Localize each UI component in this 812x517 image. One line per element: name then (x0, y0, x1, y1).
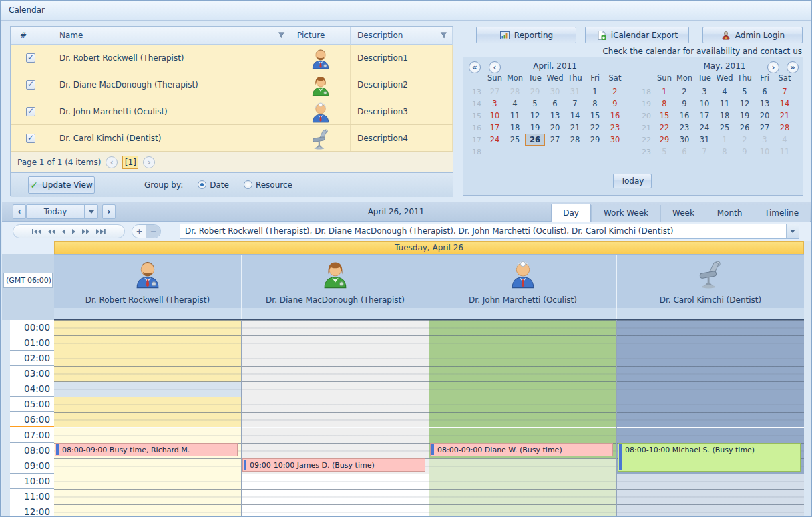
radio-selected-icon[interactable] (198, 180, 206, 189)
mini-day-cell[interactable]: 30 (545, 85, 565, 98)
mini-day-cell[interactable]: 22 (585, 122, 605, 134)
mini-day-cell[interactable]: 12 (735, 98, 755, 110)
mini-day-cell[interactable]: 5 (735, 85, 755, 98)
filter-icon[interactable] (278, 31, 285, 39)
day-column[interactable]: 08:00-09:00 Busy time, Richard M. (54, 320, 241, 516)
mini-day-cell[interactable]: 15 (585, 110, 605, 122)
mini-day-cell[interactable]: 19 (735, 110, 755, 122)
vcr-fast-next-icon[interactable] (81, 228, 91, 235)
mini-day-cell[interactable]: 4 (775, 134, 795, 146)
zoom-in-button[interactable]: + (132, 225, 146, 238)
mini-day-cell[interactable]: 6 (674, 146, 694, 158)
mini-day-cell[interactable]: 20 (545, 122, 565, 134)
table-row[interactable]: Dr. Robert Rockwell (Therapist) Descript… (11, 45, 453, 71)
mini-day-cell[interactable]: 21 (565, 122, 585, 134)
mini-day-cell[interactable]: 14 (775, 98, 795, 110)
group-by-date-option[interactable]: Date (198, 180, 229, 190)
appointment[interactable]: 08:00-09:00 Busy time, Richard M. (55, 443, 238, 456)
mini-day-cell[interactable]: 9 (674, 98, 694, 110)
allday-cell[interactable] (54, 308, 241, 319)
allday-cell[interactable] (241, 308, 429, 319)
mini-day-cell[interactable]: 24 (485, 134, 505, 146)
mini-day-cell[interactable]: 11 (505, 110, 525, 122)
row-checkbox-checked[interactable] (26, 80, 35, 90)
radio-unselected-icon[interactable] (244, 180, 252, 189)
next-date-button[interactable]: › (102, 204, 116, 219)
grid-header-description[interactable]: Description (351, 27, 453, 45)
row-select-cell[interactable] (11, 98, 51, 124)
tab-month[interactable]: Month (706, 205, 753, 222)
mini-day-cell[interactable]: 19 (525, 122, 545, 134)
mini-day-cell[interactable]: 18 (715, 110, 735, 122)
mini-day-cell[interactable]: 4 (715, 85, 735, 98)
vcr-prev-icon[interactable] (61, 228, 67, 235)
vcr-first-icon[interactable] (31, 228, 43, 235)
mini-day-cell[interactable]: 23 (674, 122, 694, 134)
mini-day-cell[interactable]: 6 (755, 85, 775, 98)
tab-week[interactable]: Week (660, 205, 706, 222)
row-select-cell[interactable] (11, 45, 51, 71)
mini-day-cell[interactable]: 11 (715, 98, 735, 110)
mini-day-cell[interactable]: 30 (674, 134, 694, 146)
row-select-cell[interactable] (11, 71, 51, 98)
mini-day-cell[interactable]: 18 (505, 122, 525, 134)
mini-day-cell[interactable]: 16 (674, 110, 694, 122)
mini-day-cell[interactable]: 1 (654, 85, 674, 98)
mini-day-cell[interactable]: 17 (694, 110, 715, 122)
reporting-button[interactable]: Reporting (476, 27, 576, 43)
pager-next-icon[interactable]: › (143, 156, 155, 168)
tab-timeline[interactable]: Timeline (753, 205, 810, 222)
mini-day-cell[interactable]: 3 (694, 85, 715, 98)
row-checkbox-checked[interactable] (26, 53, 35, 63)
mini-day-cell[interactable]: 1 (585, 85, 605, 98)
tab-work-week[interactable]: Work Week (591, 205, 660, 222)
mini-day-cell[interactable]: 24 (694, 122, 715, 134)
mini-day-cell[interactable]: 10 (755, 146, 775, 158)
admin-login-button[interactable]: Admin Login (702, 27, 803, 43)
day-column[interactable]: 08:00-10:00 Michael S. (Busy time) (616, 320, 804, 516)
group-by-resource-option[interactable]: Resource (244, 180, 292, 190)
grid-header-name[interactable]: Name (51, 27, 290, 45)
table-row[interactable]: Dr. Diane MacDonough (Therapist) Descrip… (11, 71, 453, 98)
zoom-out-button[interactable]: − (146, 225, 160, 238)
mini-day-cell[interactable]: 5 (525, 98, 545, 110)
mini-day-cell[interactable]: 11 (775, 146, 795, 158)
mini-day-cell[interactable]: 31 (694, 134, 715, 146)
table-row[interactable]: Dr. Carol Kimchi (Dentist) Description4 (11, 125, 453, 152)
mini-day-cell[interactable]: 21 (775, 110, 795, 122)
pager-page-button[interactable]: [1] (122, 156, 138, 169)
mini-day-cell[interactable]: 28 (775, 122, 795, 134)
mini-day-cell[interactable]: 8 (715, 146, 735, 158)
mini-day-cell[interactable]: 7 (694, 146, 715, 158)
mini-day-cell[interactable]: 16 (605, 110, 625, 122)
row-checkbox-checked[interactable] (26, 134, 35, 143)
mini-day-cell[interactable]: 10 (694, 98, 715, 110)
mini-day-cell[interactable]: 22 (654, 122, 674, 134)
mini-day-cell[interactable]: 27 (755, 122, 775, 134)
vcr-next-icon[interactable] (71, 228, 77, 235)
mini-day-cell[interactable]: 13 (755, 98, 775, 110)
mini-day-cell[interactable]: 2 (674, 85, 694, 98)
mini-day-cell[interactable]: 17 (485, 122, 505, 134)
icalendar-export-button[interactable]: iCalendar Export (585, 27, 689, 43)
mini-day-cell[interactable]: 28 (565, 134, 585, 146)
mini-day-cell[interactable]: 8 (654, 98, 674, 110)
appointment[interactable]: 09:00-10:00 James D. (Busy time) (242, 458, 425, 472)
row-select-cell[interactable] (11, 125, 51, 151)
mini-day-cell[interactable]: 6 (545, 98, 565, 110)
day-column[interactable]: 08:00-09:00 Diane W. (Busy time) (429, 320, 616, 516)
dropdown-arrow-button[interactable] (786, 224, 799, 238)
appointment[interactable]: 08:00-09:00 Diane W. (Busy time) (430, 443, 613, 456)
filter-icon[interactable] (440, 31, 447, 39)
mini-day-cell[interactable]: 5 (654, 146, 674, 158)
mini-day-cell[interactable]: 3 (485, 98, 505, 110)
mini-day-cell[interactable]: 13 (545, 110, 565, 122)
mini-day-cell[interactable]: 30 (605, 134, 625, 146)
mini-day-cell[interactable]: 29 (585, 134, 605, 146)
allday-cell[interactable] (616, 308, 804, 319)
day-column[interactable]: 09:00-10:00 James D. (Busy time) (241, 320, 429, 516)
mini-day-cell[interactable]: 28 (505, 85, 525, 98)
resource-filter-dropdown[interactable]: Dr. Robert Rockwell (Therapist), Dr. Dia… (180, 224, 799, 239)
mini-day-cell[interactable]: 20 (755, 110, 775, 122)
pager-prev-icon[interactable]: ‹ (106, 156, 118, 168)
